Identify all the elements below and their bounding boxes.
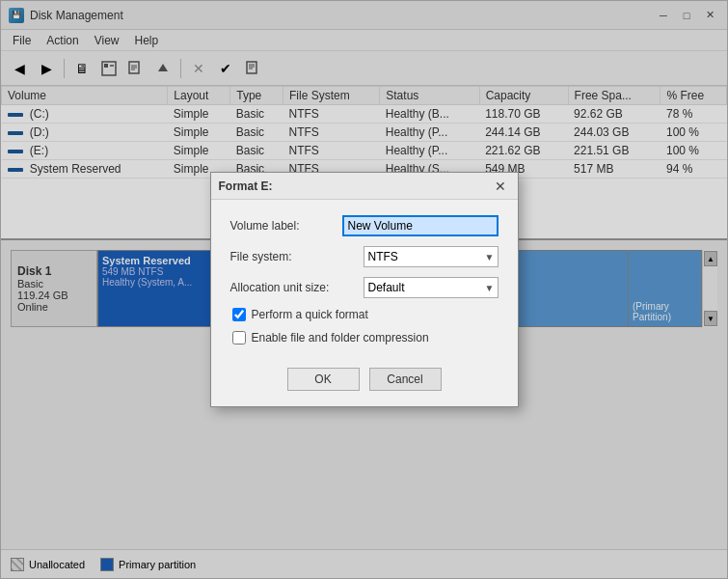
volume-label-label: Volume label: — [230, 219, 335, 233]
quick-format-checkbox[interactable] — [232, 308, 246, 321]
volume-label-input[interactable] — [342, 215, 499, 236]
file-system-select[interactable]: NTFS FAT32 exFAT — [364, 246, 499, 267]
quick-format-row: Perform a quick format — [230, 308, 499, 321]
quick-format-label: Perform a quick format — [252, 308, 368, 321]
dialog-footer: OK Cancel — [211, 360, 518, 406]
allocation-unit-select[interactable]: Default 512 1024 2048 4096 — [364, 277, 499, 298]
file-system-label: File system: — [230, 250, 356, 263]
dialog-title: Format E: — [219, 179, 273, 193]
dialog-overlay: Format E: ✕ Volume label: File system: N… — [1, 1, 727, 578]
allocation-unit-select-wrapper: Default 512 1024 2048 4096 ▼ — [364, 277, 499, 298]
format-dialog: Format E: ✕ Volume label: File system: N… — [210, 172, 519, 407]
cancel-button[interactable]: Cancel — [369, 368, 442, 391]
allocation-unit-label: Allocation unit size: — [230, 281, 356, 294]
dialog-close-button[interactable]: ✕ — [491, 177, 510, 196]
compression-checkbox[interactable] — [232, 331, 246, 345]
file-system-row: File system: NTFS FAT32 exFAT ▼ — [230, 246, 499, 267]
compression-row: Enable file and folder compression — [230, 331, 499, 345]
main-window: 💾 Disk Management ─ □ ✕ File Action View… — [0, 0, 728, 579]
allocation-unit-row: Allocation unit size: Default 512 1024 2… — [230, 277, 499, 298]
ok-button[interactable]: OK — [287, 368, 360, 391]
file-system-select-wrapper: NTFS FAT32 exFAT ▼ — [364, 246, 499, 267]
dialog-title-bar: Format E: ✕ — [211, 173, 518, 200]
compression-label: Enable file and folder compression — [252, 331, 429, 345]
volume-label-row: Volume label: — [230, 215, 499, 236]
dialog-body: Volume label: File system: NTFS FAT32 ex… — [211, 200, 518, 360]
